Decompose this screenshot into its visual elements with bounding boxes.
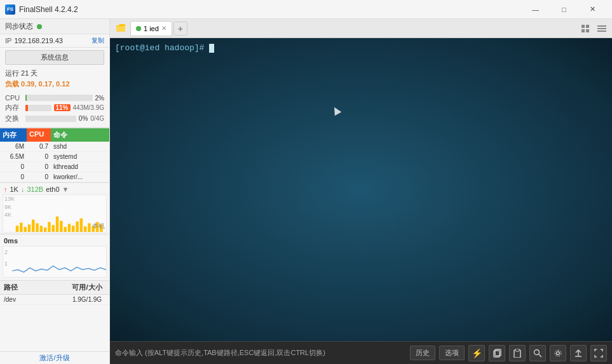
proc-header-cmd: 命令 [51,128,109,142]
grid-icon [581,24,590,33]
maximize-button[interactable]: □ [550,0,578,19]
proc-cmd: systemd [51,152,109,161]
svg-rect-32 [515,349,519,351]
cpu-value: 2% [95,95,104,102]
ping-header: 0ms [0,236,109,246]
tab-status-dot [136,26,141,31]
proc-cpu: 0 [27,172,51,182]
svg-rect-2 [24,227,27,232]
ping-section: 0ms 2 1 [0,234,109,280]
tab-bar: 1 ied ✕ + [110,19,612,38]
svg-rect-11 [60,221,63,232]
proc-mem: 0 [0,162,27,172]
copy-ip-button[interactable]: 复制 [92,36,104,45]
gear-icon [554,349,562,358]
svg-rect-26 [597,25,606,27]
folder-icon [116,24,126,33]
tab-close-icon[interactable]: ✕ [161,25,167,32]
terminal[interactable]: [root@ied hadoop]# [110,38,612,341]
activation-button[interactable]: 激活/升级 [0,351,109,364]
proc-mem: 6M [0,142,27,151]
copy-button[interactable] [489,345,505,361]
proc-cmd: sshd [51,142,109,151]
load-average: 负载 0.39, 0.17, 0.12 [0,79,109,90]
cpu-bar-container [25,95,93,101]
mem-value: 443M/3.9G [73,104,104,111]
svg-rect-24 [581,29,585,32]
sysinfo-button[interactable]: 系统信息 [5,50,104,65]
arrow-down-icon: ↓ [21,185,25,193]
swap-stat-row: 交换 0% 0/4G [5,114,104,123]
minimize-button[interactable]: — [521,0,550,19]
net-section: ↑ 1K ↓ 312B eth0 ▼ 13K 9K 4K [0,182,109,234]
proc-header: 内存 CPU 命令 [0,128,109,142]
disk-row: /dev 1.9G/1.9G [0,295,109,305]
svg-rect-12 [64,227,67,232]
svg-rect-0 [16,226,19,232]
fullscreen-icon [594,349,603,358]
history-button[interactable]: 历史 [410,346,435,360]
net-chart: 13K 9K 4K [3,194,107,233]
gear-button[interactable] [550,345,566,361]
add-tab-button[interactable]: + [173,22,187,36]
cpu-stat-row: CPU 2% [5,94,104,102]
net-iface: eth0 [46,185,59,193]
svg-line-34 [539,354,542,357]
net-chart-local-label: 本机 [92,222,105,231]
svg-rect-23 [586,25,589,28]
swap-label: 交换 [5,114,23,123]
net-label-9k: 9K [4,203,15,212]
disk-header: 路径 可用/大小 [0,281,109,295]
ping-chart-svg [12,246,106,277]
fullscreen-button[interactable] [590,345,607,361]
disk-path: /dev [0,295,65,304]
net-chart-labels: 13K 9K 4K [4,195,15,219]
proc-row: 0 0 kthreadd [0,162,109,172]
disk-rows: /dev 1.9G/1.9G [0,295,109,305]
ping-label-1: 1 [4,258,8,269]
mem-label: 内存 [5,103,23,112]
options-button[interactable]: 选项 [439,346,465,360]
cmd-bar: 命令输入 (按ALT键提示历史,TAB键路径,ESC键返回,双击CTRL切换) … [110,341,612,364]
net-label-13k: 13K [4,195,15,203]
svg-rect-25 [586,29,589,32]
proc-cpu: 0 [27,162,51,172]
app-icon: FS [5,4,15,15]
lightning-button[interactable]: ⚡ [468,345,485,361]
paste-button[interactable] [509,345,526,361]
ping-value: 0ms [4,237,18,245]
svg-rect-6 [40,226,43,232]
proc-cmd: kthreadd [51,162,109,172]
close-button[interactable]: ✕ [578,0,607,19]
upload-button[interactable] [570,345,587,361]
tab-1-ied[interactable]: 1 ied ✕ [130,21,172,36]
net-label-4k: 4K [4,211,15,219]
svg-rect-27 [597,28,606,29]
arrow-up-icon: ↑ [4,185,8,193]
proc-header-mem: 内存 [0,128,27,142]
stats-section: CPU 2% 内存 11% 443M/3.9G 交换 [0,90,109,128]
search-button[interactable] [529,345,546,361]
paste-icon [513,349,522,358]
svg-rect-13 [68,224,71,232]
sync-label: 同步状态 [5,22,33,31]
proc-row: 0 0 kworker/... [0,172,109,182]
sync-indicator [37,24,42,29]
net-expand-icon[interactable]: ▼ [62,185,69,193]
menu-button[interactable] [594,21,609,36]
svg-rect-14 [72,226,75,232]
mouse-cursor [331,105,341,116]
svg-rect-1 [20,223,22,233]
grid-view-button[interactable] [578,21,593,36]
proc-cpu: 0.7 [27,142,51,151]
proc-cmd: kworker/... [51,172,109,182]
ip-value: 192.168.219.43 [14,37,62,44]
cmd-input-hint[interactable]: 命令输入 (按ALT键提示历史,TAB键路径,ESC键返回,双击CTRL切换) [115,348,406,358]
mem-bar-container [25,105,51,111]
mem-pct-badge: 11% [54,104,71,111]
proc-mem: 6.5M [0,152,27,161]
upload-icon [574,349,583,358]
folder-button[interactable] [112,21,129,36]
swap-value: 0/4G [90,115,104,122]
titlebar: FS FinalShell 4.2.4.2 — □ ✕ [0,0,612,19]
